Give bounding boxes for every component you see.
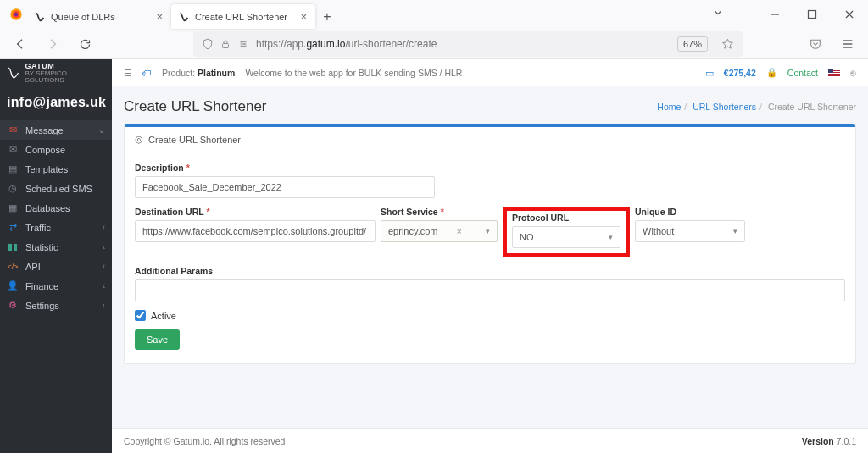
chevron-down-icon: ▾ <box>733 227 737 235</box>
url-text: https://app.gatum.io/url-shortener/creat… <box>256 38 437 50</box>
chevron-down-icon: ▾ <box>609 233 613 241</box>
sidebar-item-api[interactable]: </>API‹ <box>0 257 112 276</box>
dest-url-input[interactable] <box>135 220 376 242</box>
menu-icon[interactable] <box>836 32 860 56</box>
contact-link[interactable]: Contact <box>787 68 818 78</box>
minimize-button[interactable] <box>756 0 793 29</box>
unique-id-label: Unique ID <box>635 207 745 217</box>
protocol-select[interactable]: NO ▾ <box>512 226 620 248</box>
traffic-icon: ⇄ <box>7 222 19 233</box>
sidebar-item-scheduled-sms[interactable]: ◷Scheduled SMS <box>0 179 112 198</box>
compose-icon: ✉ <box>7 144 19 155</box>
product-label: Product: Platinum <box>162 68 235 78</box>
zoom-badge[interactable]: 67% <box>677 36 708 52</box>
templates-icon: ▤ <box>7 163 19 174</box>
bookmark-icon[interactable] <box>721 38 734 51</box>
svg-rect-4 <box>809 11 816 19</box>
finance-icon: 👤 <box>7 280 19 291</box>
envelope-icon: ✉ <box>7 124 19 135</box>
pocket-icon[interactable] <box>804 32 827 56</box>
description-input[interactable] <box>135 176 435 198</box>
logout-icon[interactable]: ⎋ <box>850 68 856 78</box>
forward-button[interactable] <box>41 32 64 56</box>
chevron-left-icon: ‹ <box>103 262 105 271</box>
brand: GATUM BY SEMPICO SOLUTIONS <box>0 59 112 86</box>
short-service-label: Short Service * <box>381 207 498 217</box>
sidebar-item-finance[interactable]: 👤Finance‹ <box>0 276 112 296</box>
topbar: ☰ 🏷 Product: Platinum Welcome to the web… <box>112 59 868 86</box>
protocol-label: Protocol URL <box>512 213 620 223</box>
sidebar-item-statistic[interactable]: ▮▮Statistic‹ <box>0 237 112 257</box>
balance[interactable]: €275,42 <box>724 68 756 78</box>
database-icon: ▦ <box>7 202 19 213</box>
tab-list-icon[interactable] <box>712 7 724 19</box>
favicon-icon <box>178 11 190 23</box>
svg-point-8 <box>241 41 242 43</box>
gear-icon: ⚙ <box>7 300 19 311</box>
back-button[interactable] <box>8 32 32 56</box>
sidebar-item-databases[interactable]: ▦Databases <box>0 198 112 218</box>
reload-button[interactable] <box>73 32 97 56</box>
additional-params-input[interactable] <box>135 279 845 301</box>
breadcrumb-home[interactable]: Home <box>657 102 681 112</box>
svg-point-10 <box>242 46 243 47</box>
breadcrumb-current: Create URL Shortener <box>768 102 856 112</box>
shield-icon[interactable] <box>202 38 214 50</box>
chevron-left-icon: ‹ <box>103 301 105 310</box>
breadcrumb: Home/ URL Shorteners/ Create URL Shorten… <box>657 102 856 112</box>
wallet-icon: ▭ <box>705 68 714 78</box>
close-icon[interactable]: × <box>156 10 163 23</box>
lock-icon[interactable] <box>220 39 231 49</box>
tab-queue-dlrs[interactable]: Queue of DLRs × <box>27 4 171 29</box>
sidebar: GATUM BY SEMPICO SOLUTIONS info@james.uk… <box>0 59 112 453</box>
firefox-icon <box>5 0 27 29</box>
hamburger-icon[interactable]: ☰ <box>124 68 132 78</box>
record-icon: ◎ <box>135 134 143 145</box>
account-label: info@james.uk <box>0 86 112 120</box>
sidebar-item-traffic[interactable]: ⇄Traffic‹ <box>0 218 112 237</box>
chevron-down-icon: ⌄ <box>98 125 105 135</box>
chevron-left-icon: ‹ <box>103 281 105 290</box>
api-icon: </> <box>7 262 19 271</box>
breadcrumb-url-shorteners[interactable]: URL Shorteners <box>693 102 756 112</box>
version: Version 7.0.1 <box>802 436 856 446</box>
panel-title: Create URL Shortener <box>148 135 241 145</box>
save-button[interactable]: Save <box>135 329 180 350</box>
maximize-button[interactable] <box>793 0 831 29</box>
close-icon[interactable]: × <box>300 10 307 23</box>
chevron-left-icon: ‹ <box>103 242 105 251</box>
short-service-select[interactable]: eprincy.com × ▾ <box>381 220 498 242</box>
active-checkbox-input[interactable] <box>135 310 146 321</box>
page-title: Create URL Shortener <box>124 98 267 115</box>
new-tab-button[interactable]: + <box>315 5 339 29</box>
unique-id-select[interactable]: Without ▾ <box>635 220 745 242</box>
protocol-highlight: Protocol URL NO ▾ <box>503 207 630 257</box>
sidebar-item-message[interactable]: ✉ Message ⌄ <box>0 120 112 140</box>
copyright: Copyright © Gatum.io. All rights reserve… <box>124 436 285 446</box>
active-checkbox[interactable]: Active <box>135 310 845 321</box>
permissions-icon[interactable] <box>237 38 249 50</box>
lock-icon: 🔒 <box>766 67 777 78</box>
chevron-left-icon: ‹ <box>103 223 105 232</box>
clear-icon[interactable]: × <box>457 226 462 236</box>
additional-params-label: Additional Params <box>135 266 845 276</box>
sidebar-item-settings[interactable]: ⚙Settings‹ <box>0 296 112 315</box>
address-bar[interactable]: https://app.gatum.io/url-shortener/creat… <box>193 31 743 57</box>
description-label: Description * <box>135 163 435 173</box>
welcome-text: Welcome to the web app for BULK sending … <box>245 68 462 78</box>
svg-point-2 <box>14 13 18 16</box>
close-window-button[interactable] <box>831 0 868 29</box>
favicon-icon <box>34 11 46 23</box>
active-label: Active <box>151 311 176 321</box>
sidebar-item-compose[interactable]: ✉Compose <box>0 140 112 159</box>
svg-point-9 <box>243 43 245 45</box>
tab-title: Create URL Shortener <box>195 12 287 22</box>
tab-create-url-shortener[interactable]: Create URL Shortener × <box>171 4 315 29</box>
dest-url-label: Destination URL * <box>135 207 376 217</box>
svg-rect-7 <box>223 44 229 48</box>
statistic-icon: ▮▮ <box>7 241 19 252</box>
sidebar-item-templates[interactable]: ▤Templates <box>0 159 112 179</box>
flag-us-icon[interactable] <box>828 69 840 77</box>
chevron-down-icon: ▾ <box>486 227 490 235</box>
clock-icon: ◷ <box>7 183 19 194</box>
